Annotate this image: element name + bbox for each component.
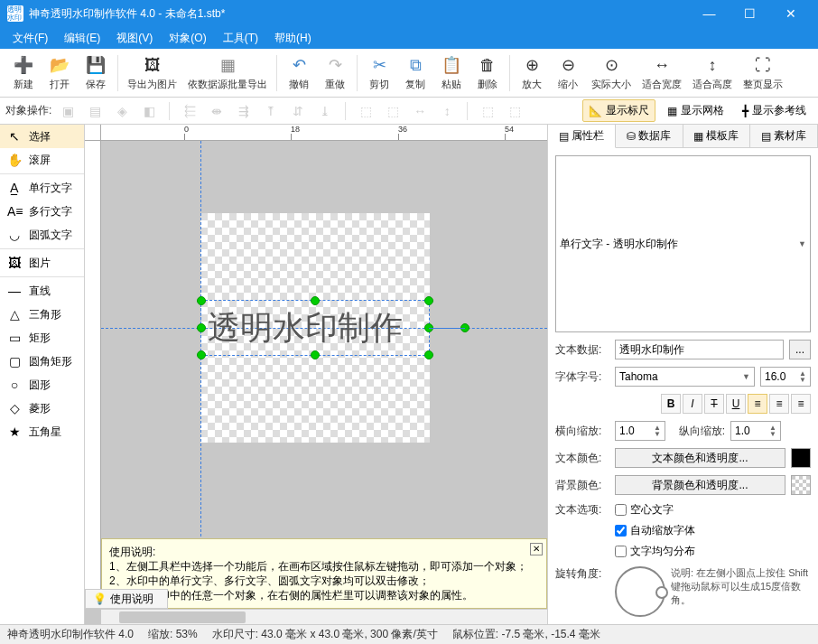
vscale-spinner[interactable]: 1.0▲▼ [730,421,781,441]
align-middle-icon[interactable]: ⇵ [287,100,309,122]
menu-item[interactable]: 视图(V) [109,29,160,48]
bold-button[interactable]: B [661,394,681,414]
toolbar-实际大小[interactable]: ⊙实际大小 [586,51,637,96]
layer-icon[interactable]: ◈ [111,100,133,122]
font-name-combo[interactable]: Tahoma▼ [615,367,755,387]
toolbar-删除[interactable]: 🗑删除 [469,51,506,96]
handle-w[interactable] [197,323,206,332]
hint-close-button[interactable]: ✕ [530,543,543,555]
bgcolor-button[interactable]: 背景颜色和透明度... [615,475,785,495]
tool-菱形[interactable]: ◇菱形 [0,397,84,420]
rotate-label: 旋转角度: [555,566,609,582]
toolbar-打开[interactable]: 📂打开 [42,51,78,96]
opt-hollow-checkbox[interactable]: 空心文字 [615,502,695,518]
same-h-icon[interactable]: ↕ [436,100,458,122]
toolbar-导出为图片[interactable]: 🖼导出为图片 [122,51,182,96]
handle-s[interactable] [311,350,320,359]
tool-直线[interactable]: ―直线 [0,279,84,303]
hscale-spinner[interactable]: 1.0▲▼ [615,421,665,441]
toolbar-重做[interactable]: ↷重做 [317,51,353,96]
toolbar-复制[interactable]: ⧉复制 [397,51,433,96]
layer-down-icon[interactable]: ▤ [84,100,106,122]
menu-item[interactable]: 对象(O) [162,29,213,48]
opt-even-checkbox[interactable]: 文字均匀分布 [615,544,695,559]
tool-矩形[interactable]: ▭矩形 [0,326,84,350]
underline-button[interactable]: U [726,394,746,414]
textcolor-swatch[interactable] [791,448,811,468]
italic-button[interactable]: I [683,394,702,414]
tool-选择[interactable]: ↖选择 [0,125,84,148]
assets-icon: ▤ [761,130,771,143]
handle-sw[interactable] [197,350,206,359]
textcolor-button[interactable]: 文本颜色和透明度... [615,448,785,468]
handle-nw[interactable] [197,296,206,305]
tab-properties[interactable]: ▤属性栏 [548,125,616,148]
toolbar-适合高度[interactable]: ↕适合高度 [687,51,738,96]
align-right-button[interactable]: ≡ [791,394,811,414]
menu-item[interactable]: 工具(T) [216,29,265,48]
tool-单行文字[interactable]: A̲单行文字 [0,176,84,200]
menu-item[interactable]: 编辑(E) [57,29,107,48]
font-label: 字体字号: [555,369,609,385]
align-center-icon[interactable]: ⇼ [206,100,228,122]
layer2-icon[interactable]: ◧ [138,100,160,122]
scrollbar-thumb[interactable] [119,611,246,623]
dist-h-icon[interactable]: ⬚ [355,100,376,122]
text-more-button[interactable]: ... [789,340,811,359]
text-data-input[interactable]: 透明水印制作 [615,340,784,359]
scrollbar-horizontal[interactable] [101,609,547,624]
toggle-ruler[interactable]: 📐显示标尺 [582,99,655,122]
tool-多行文字[interactable]: A≡多行文字 [0,200,84,223]
tool-滚屏[interactable]: ✋滚屏 [0,148,84,172]
toolbar-适合宽度[interactable]: ↔适合宽度 [637,51,687,96]
canvas-text-object[interactable]: 透明水印制作 [208,306,403,350]
toggle-guide[interactable]: ╋显示参考线 [736,99,813,122]
handle-n[interactable] [311,296,320,305]
toolbar-整页显示[interactable]: ⛶整页显示 [738,51,788,96]
strike-button[interactable]: T [704,394,724,414]
align-top-icon[interactable]: ⤒ [260,100,282,122]
toggle-grid[interactable]: ▦显示网格 [661,99,730,122]
opt-autoscale-checkbox[interactable]: 自动缩放字体 [615,523,695,538]
tool-五角星[interactable]: ★五角星 [0,420,84,443]
toolbar-保存[interactable]: 💾保存 [78,51,114,96]
align-left-icon[interactable]: ⬱ [179,100,200,122]
toolbar-粘贴[interactable]: 📋粘贴 [433,51,469,96]
handle-se[interactable] [424,350,433,359]
tab-templates[interactable]: ▦模板库 [683,125,751,147]
bgcolor-swatch[interactable] [791,475,811,495]
tab-database[interactable]: ⛁数据库 [616,125,683,147]
toolbar-依数据源批量导出[interactable]: ▦依数据源批量导出 [182,51,273,96]
dist-v-icon[interactable]: ⬚ [382,100,404,122]
font-size-spinner[interactable]: 16.0▲▼ [760,367,811,387]
align-left-button[interactable]: ≡ [748,394,767,414]
align-center-button[interactable]: ≡ [769,394,789,414]
usage-button[interactable]: 💡使用说明 [85,589,168,609]
toolbar-放大[interactable]: ⊕放大 [514,51,550,96]
tool-圆形[interactable]: ○圆形 [0,373,84,397]
object-selector[interactable]: 单行文字 - 透明水印制作▼ [555,155,811,332]
tool-三角形[interactable]: △三角形 [0,303,84,326]
maximize-button[interactable]: ☐ [730,0,770,27]
align-bottom-icon[interactable]: ⤓ [314,100,336,122]
menu-item[interactable]: 帮助(H) [267,29,319,48]
same-w-icon[interactable]: ↔ [409,100,431,122]
tool-圆弧文字[interactable]: ◡圆弧文字 [0,223,84,247]
tool-图片[interactable]: 🖼图片 [0,251,84,275]
tab-assets[interactable]: ▤素材库 [750,125,818,147]
tool-圆角矩形[interactable]: ▢圆角矩形 [0,350,84,373]
toolbar-缩小[interactable]: ⊖缩小 [550,51,586,96]
handle-ne[interactable] [424,296,433,305]
group-icon[interactable]: ⬚ [477,100,498,122]
close-button[interactable]: ✕ [770,0,811,27]
toolbar-剪切[interactable]: ✂剪切 [361,51,397,96]
ungroup-icon[interactable]: ⬚ [504,100,525,122]
rotate-wheel[interactable] [615,566,665,617]
minimize-button[interactable]: ― [689,0,730,27]
hscale-label: 横向缩放: [555,424,609,439]
toolbar-撤销[interactable]: ↶撤销 [281,51,317,96]
align-right-icon[interactable]: ⇶ [233,100,255,122]
toolbar-新建[interactable]: ➕新建 [5,51,42,96]
layer-up-icon[interactable]: ▣ [57,100,79,122]
menu-item[interactable]: 文件(F) [5,29,55,48]
